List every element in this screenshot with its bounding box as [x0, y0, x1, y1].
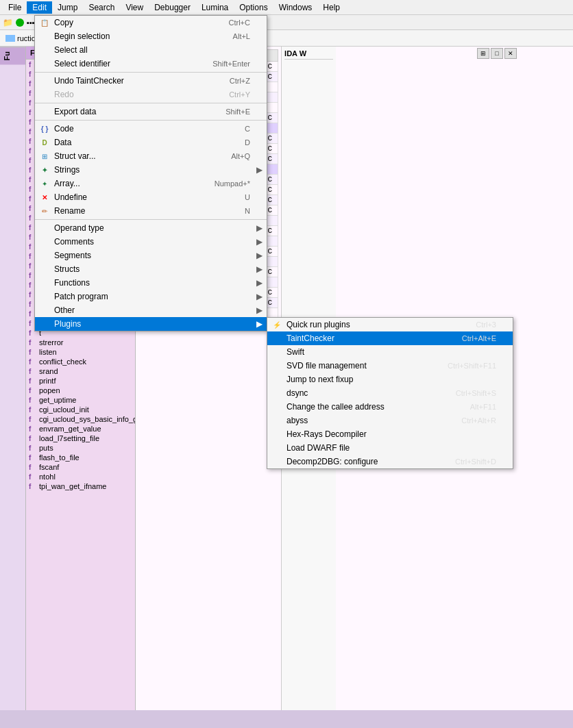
separator-4	[35, 219, 267, 220]
submenu-item-hexrays[interactable]: Hex-Rays Decompiler	[267, 427, 513, 441]
menu-item-comments[interactable]: Comments ▶	[35, 235, 267, 249]
menu-item-structs[interactable]: Structs ▶	[35, 262, 267, 276]
panel-max[interactable]: □	[491, 48, 503, 59]
shortcut-abyss: Ctrl+Alt+R	[461, 416, 496, 425]
functions-arrow: ▶	[256, 278, 263, 288]
segments-icon	[39, 250, 50, 261]
structs-icon	[39, 264, 50, 275]
menu-item-data[interactable]: D Data D	[35, 136, 267, 149]
panel-close[interactable]: ✕	[504, 48, 517, 59]
list-item[interactable]: fconflict_check	[26, 357, 135, 366]
menu-options[interactable]: Options	[234, 1, 273, 14]
list-item[interactable]: flisten	[26, 347, 135, 357]
func-icon: f	[29, 387, 37, 394]
shortcut-export-data: Shift+E	[225, 108, 250, 116]
menu-item-array[interactable]: ✦ Array... Numpad+*	[35, 177, 267, 190]
func-icon: f	[29, 377, 37, 385]
quick-run-icon: ⚡	[271, 319, 282, 330]
list-item[interactable]: fstrerror	[26, 338, 135, 347]
menu-item-redo[interactable]: Redo Ctrl+Y	[35, 88, 267, 101]
submenu-item-jump-fixup[interactable]: Jump to next fixup	[267, 373, 513, 386]
list-item[interactable]: fflash_to_file	[26, 453, 135, 462]
func-icon: f	[29, 454, 37, 462]
menu-jump[interactable]: Jump	[52, 1, 83, 14]
functions-menu-icon	[39, 277, 50, 288]
menu-item-export-data[interactable]: Export data Shift+E	[35, 105, 267, 118]
menu-windows[interactable]: Windows	[273, 1, 318, 14]
edit-dropdown-menu[interactable]: 📋 Copy Ctrl+C Begin selection Alt+L Sele…	[34, 15, 267, 331]
dwarf-icon	[271, 442, 282, 453]
shortcut-callee-address: Alt+F11	[470, 403, 496, 411]
menu-item-patch-program[interactable]: Patch program ▶	[35, 290, 267, 303]
list-item[interactable]: fputs	[26, 443, 135, 453]
menu-debugger[interactable]: Debugger	[149, 1, 196, 14]
shortcut-rename: N	[245, 207, 250, 215]
list-item[interactable]: fsrand	[26, 366, 135, 376]
list-item[interactable]: ftpi_wan_get_ifname	[26, 481, 135, 491]
menu-item-undo-taintchecker[interactable]: Undo TaintChecker Ctrl+Z	[35, 74, 267, 88]
list-item[interactable]: fcgi_ucloud_sys_basic_info_get	[26, 414, 135, 424]
menu-label-plugins: Plugins	[54, 319, 250, 329]
sidebar-tab-functions[interactable]: Fu	[0, 47, 25, 64]
submenu-item-dwarf[interactable]: Load DWARF file	[267, 441, 513, 455]
list-item[interactable]: fload_l7setting_file	[26, 434, 135, 443]
panel-restore[interactable]: ⊞	[477, 48, 489, 59]
func-name: listen	[39, 348, 57, 356]
list-item[interactable]: ffscanf	[26, 462, 135, 472]
menu-item-other[interactable]: Other ▶	[35, 303, 267, 317]
submenu-item-decomp2dbg[interactable]: Decomp2DBG: configure Ctrl+Shift+D	[267, 455, 513, 468]
shortcut-undefine: U	[245, 193, 250, 201]
menu-item-copy[interactable]: 📋 Copy Ctrl+C	[35, 16, 267, 29]
func-name: srand	[39, 367, 58, 375]
shortcut-begin-selection: Alt+L	[233, 32, 250, 40]
comments-icon	[39, 236, 50, 247]
toolbar-icon-new[interactable]: 📁	[3, 18, 13, 27]
list-item[interactable]: fpopen	[26, 386, 135, 395]
menu-label-struct-var: Struct var...	[54, 151, 217, 161]
menu-file[interactable]: File	[3, 1, 27, 14]
menu-item-plugins[interactable]: Plugins ▶ ⚡ Quick run plugins Ctrl+3 Tai…	[35, 317, 267, 331]
list-item[interactable]: fenvram_get_value	[26, 424, 135, 434]
submenu-item-callee-address[interactable]: Change the callee address Alt+F11	[267, 400, 513, 414]
menu-view[interactable]: View	[120, 1, 149, 14]
shortcut-data: D	[245, 138, 250, 147]
menu-label-segments: Segments	[54, 251, 250, 260]
list-item[interactable]: fntohl	[26, 472, 135, 481]
menu-item-select-all[interactable]: Select all	[35, 43, 267, 57]
shortcut-svd: Ctrl+Shift+F11	[448, 362, 496, 370]
submenu-label-swift: Swift	[286, 347, 483, 357]
menu-item-struct-var[interactable]: ⊞ Struct var... Alt+Q	[35, 149, 267, 163]
submenu-item-taintchecker[interactable]: TaintChecker Ctrl+Alt+E	[267, 331, 513, 345]
menu-item-segments[interactable]: Segments ▶	[35, 249, 267, 262]
menu-item-begin-selection[interactable]: Begin selection Alt+L	[35, 29, 267, 43]
menubar: File Edit Jump Search View Debugger Lumi…	[0, 0, 573, 15]
func-icon: f	[29, 473, 37, 481]
submenu-item-swift[interactable]: Swift	[267, 345, 513, 359]
menu-label-array: Array...	[54, 179, 201, 188]
func-icon: f	[29, 444, 37, 452]
menu-search[interactable]: Search	[83, 1, 120, 14]
menu-label-select-all: Select all	[54, 45, 236, 55]
list-item[interactable]: fprintf	[26, 376, 135, 386]
submenu-item-dsync[interactable]: dsync Ctrl+Shift+S	[267, 386, 513, 400]
menu-item-code[interactable]: { } Code C	[35, 122, 267, 136]
plugins-submenu[interactable]: ⚡ Quick run plugins Ctrl+3 TaintChecker …	[267, 317, 513, 469]
menu-help[interactable]: Help	[317, 1, 345, 14]
menu-item-undefine[interactable]: ✕ Undefine U	[35, 190, 267, 204]
inner-window-controls: ⊞ □ ✕	[477, 48, 517, 59]
list-item[interactable]: fcgi_ucloud_init	[26, 405, 135, 414]
menu-item-strings[interactable]: ✦ Strings ▶	[35, 163, 267, 177]
menu-lumina[interactable]: Lumina	[196, 1, 234, 14]
menu-edit[interactable]: Edit	[27, 1, 52, 14]
operand-type-arrow: ▶	[256, 223, 263, 233]
menu-item-operand-type[interactable]: Operand type ▶	[35, 221, 267, 235]
menu-item-rename[interactable]: ✏ Rename N	[35, 204, 267, 218]
submenu-item-svd[interactable]: SVD file management Ctrl+Shift+F11	[267, 359, 513, 373]
func-name: popen	[39, 386, 60, 394]
menu-item-select-identifier[interactable]: Select identifier Shift+Enter	[35, 57, 267, 71]
submenu-item-abyss[interactable]: abyss Ctrl+Alt+R	[267, 414, 513, 427]
list-item[interactable]: fget_uptime	[26, 395, 135, 405]
submenu-item-quick-run-plugins[interactable]: ⚡ Quick run plugins Ctrl+3	[267, 318, 513, 331]
func-icon: f	[29, 349, 37, 356]
menu-item-functions[interactable]: Functions ▶	[35, 276, 267, 290]
